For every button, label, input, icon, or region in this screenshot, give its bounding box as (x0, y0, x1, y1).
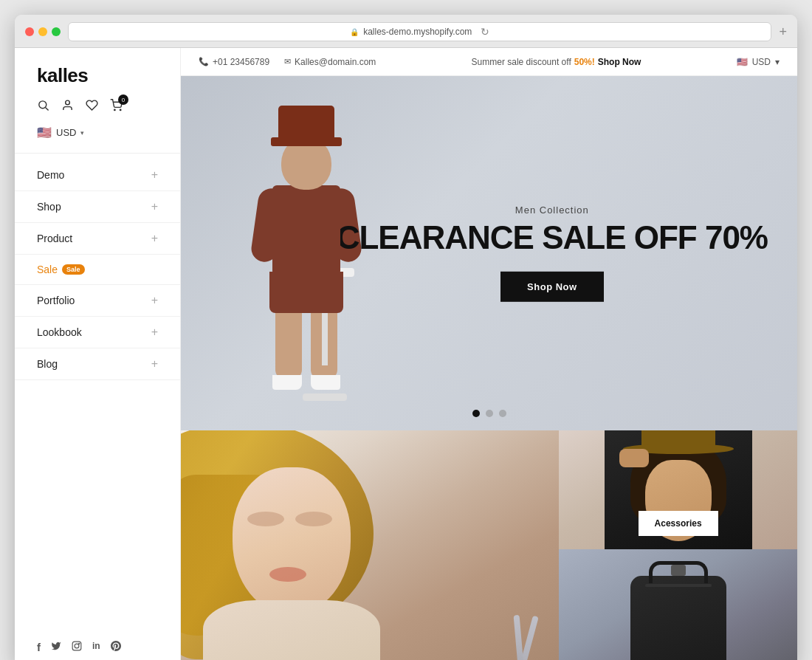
top-bar-contact-info: 📞 +01 23456789 ✉ Kalles@domain.com (199, 57, 376, 67)
dot-1[interactable] (472, 410, 480, 417)
sale-badge: Sale (62, 264, 85, 275)
nav-label: Portfolio (37, 295, 75, 306)
browser-chrome: 🔒 kalles-demo.myshopify.com ↻ + (15, 15, 797, 48)
hero-title: CLEARANCE SALE OFF 70% (337, 220, 768, 255)
phone-number: +01 23456789 (213, 57, 269, 67)
nav-item-portfolio[interactable]: Portfolio + (15, 285, 180, 317)
top-bar-currency[interactable]: 🇺🇸 USD ▾ (737, 57, 780, 67)
promo-card-large[interactable] (181, 430, 559, 660)
top-bar-shop-now[interactable]: Shop Now (598, 57, 641, 67)
promo-cards-section: Acessories (181, 430, 797, 660)
dot-3[interactable] (499, 410, 506, 417)
currency-label: USD (752, 57, 771, 67)
hero-background: Men Collection CLEARANCE SALE OFF 70% Sh… (181, 76, 797, 430)
logo-text: kalles (37, 64, 88, 86)
traffic-lights (25, 27, 61, 36)
cart-icon[interactable]: 0 (110, 99, 123, 115)
facebook-icon[interactable]: f (37, 641, 41, 653)
wishlist-icon[interactable] (86, 99, 98, 115)
expand-icon: + (151, 357, 158, 371)
expand-icon: + (151, 168, 158, 182)
search-icon[interactable] (37, 99, 49, 115)
nav-label: Lookbook (37, 326, 82, 338)
sidebar: kalles (15, 48, 181, 660)
maximize-button[interactable] (52, 27, 61, 36)
svg-point-3 (114, 109, 115, 110)
browser-window: 🔒 kalles-demo.myshopify.com ↻ + kalles (15, 15, 797, 660)
svg-point-6 (75, 644, 79, 648)
slider-dots (472, 410, 506, 417)
email-contact: ✉ Kalles@domain.com (284, 57, 376, 67)
nav-item-shop[interactable]: Shop + (15, 191, 180, 223)
social-icons-group: f in (15, 626, 180, 660)
expand-icon: + (151, 326, 158, 339)
pinterest-icon[interactable] (111, 641, 121, 653)
page: kalles (15, 48, 797, 660)
expand-icon: + (151, 200, 158, 213)
new-tab-button[interactable]: + (779, 25, 787, 38)
nav-label: Product (37, 233, 72, 244)
svg-point-0 (39, 101, 47, 109)
account-icon[interactable] (61, 99, 74, 115)
expand-icon: + (151, 232, 158, 245)
currency-selector[interactable]: 🇺🇸 USD ▾ (15, 126, 180, 153)
hero-slider: Men Collection CLEARANCE SALE OFF 70% Sh… (181, 76, 797, 430)
expand-icon: + (151, 294, 158, 307)
lock-icon: 🔒 (350, 28, 359, 36)
logo-area: kalles (15, 48, 180, 99)
svg-point-2 (66, 100, 70, 105)
sidebar-nav: Demo + Shop + Product + Sale Sale (15, 154, 180, 386)
accessories-button[interactable]: Acessories (639, 511, 718, 536)
currency-label: USD (56, 127, 76, 138)
top-bar: 📞 +01 23456789 ✉ Kalles@domain.com Summe… (181, 48, 797, 76)
nav-item-blog[interactable]: Blog + (15, 348, 180, 380)
hero-text-area: Men Collection CLEARANCE SALE OFF 70% Sh… (337, 204, 768, 302)
nav-label: Blog (37, 358, 58, 370)
email-address: Kalles@domain.com (295, 57, 376, 67)
instagram-icon[interactable] (72, 641, 82, 653)
promo-card-bottom-right[interactable] (559, 549, 797, 660)
nav-item-lookbook[interactable]: Lookbook + (15, 317, 180, 348)
twitter-icon[interactable] (51, 641, 61, 653)
cart-badge: 0 (118, 94, 128, 105)
flag-icon: 🇺🇸 (737, 57, 748, 67)
chevron-down-icon: ▾ (80, 129, 84, 137)
nav-item-demo[interactable]: Demo + (15, 159, 180, 191)
sale-text: Summer sale discount off (472, 57, 571, 67)
svg-line-1 (46, 108, 49, 111)
flag-icon: 🇺🇸 (37, 126, 52, 140)
sidebar-action-icons: 0 (15, 99, 180, 126)
nav-label: Demo (37, 169, 64, 181)
url-text: kalles-demo.myshopify.com (363, 27, 472, 37)
svg-point-7 (79, 643, 80, 644)
nav-label-sale: Sale (37, 264, 58, 275)
main-content: 📞 +01 23456789 ✉ Kalles@domain.com Summe… (181, 48, 797, 660)
sale-percent: 50%! (574, 57, 595, 67)
nav-item-sale[interactable]: Sale Sale (15, 255, 180, 285)
phone-contact: 📞 +01 23456789 (199, 57, 269, 67)
phone-icon: 📞 (199, 57, 209, 66)
hero-shop-now-button[interactable]: Shop Now (500, 272, 604, 302)
promo-card-accessories[interactable]: Acessories (559, 430, 797, 549)
top-bar-sale-info: Summer sale discount off 50%! Shop Now (472, 57, 641, 67)
minimize-button[interactable] (38, 27, 47, 36)
nav-label: Shop (37, 201, 61, 213)
nav-item-product[interactable]: Product + (15, 223, 180, 255)
email-icon: ✉ (284, 57, 291, 66)
svg-rect-5 (72, 642, 81, 650)
close-button[interactable] (25, 27, 34, 36)
chevron-down-icon: ▾ (775, 57, 780, 67)
address-bar[interactable]: 🔒 kalles-demo.myshopify.com ↻ (68, 22, 771, 41)
refresh-icon[interactable]: ↻ (481, 26, 489, 38)
hero-subtitle: Men Collection (337, 204, 768, 216)
dot-2[interactable] (486, 410, 493, 417)
svg-point-4 (120, 109, 120, 110)
linkedin-icon[interactable]: in (92, 641, 100, 653)
